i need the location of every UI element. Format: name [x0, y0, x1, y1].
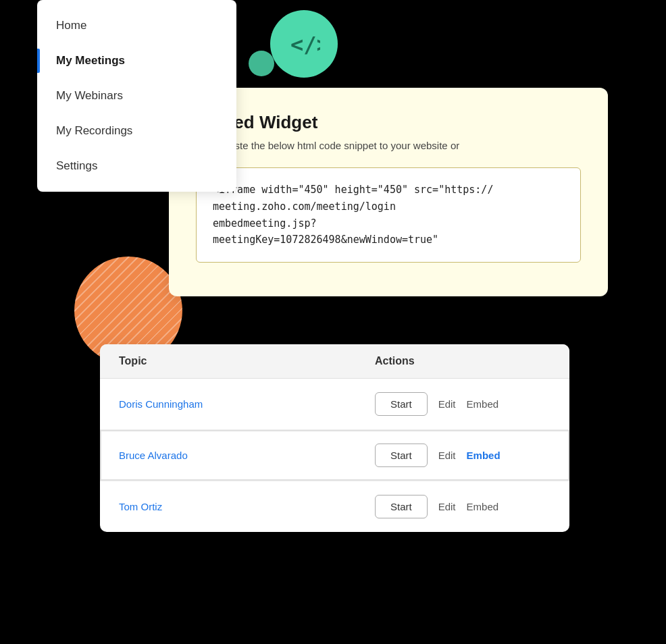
sidebar-item-my-webinars[interactable]: My Webinars: [37, 78, 236, 113]
sidebar-item-label: Home: [56, 19, 86, 32]
sidebar-item-settings[interactable]: Settings: [37, 149, 236, 184]
table-row: Bruce Alvarado Start Edit Embed: [100, 430, 569, 481]
meetings-table: Topic Actions Doris Cunningham Start Edi…: [100, 344, 569, 532]
code-embed-icon-circle: </>: [270, 10, 338, 78]
row-topic-doris[interactable]: Doris Cunningham: [119, 398, 375, 410]
sidebar-item-label: Settings: [56, 159, 97, 172]
table-header-topic: Topic: [119, 355, 375, 367]
row-actions-bruce: Start Edit Embed: [375, 444, 550, 467]
sidebar-item-label: My Recordings: [56, 124, 132, 137]
embed-code-snippet[interactable]: <iframe width="450" height="450" src="ht…: [196, 167, 581, 263]
start-button-tom[interactable]: Start: [375, 495, 428, 518]
row-topic-bruce[interactable]: Bruce Alvarado: [119, 450, 375, 461]
sidebar-item-home[interactable]: Home: [37, 8, 236, 43]
start-button-doris[interactable]: Start: [375, 392, 428, 416]
table-row: Tom Ortiz Start Edit Embed: [100, 481, 569, 532]
embed-button-bruce[interactable]: Embed: [467, 450, 501, 461]
sidebar-item-my-meetings[interactable]: My Meetings: [37, 43, 236, 78]
edit-button-tom[interactable]: Edit: [438, 501, 456, 512]
row-actions-tom: Start Edit Embed: [375, 495, 550, 518]
row-topic-tom[interactable]: Tom Ortiz: [119, 501, 375, 512]
sidebar: Home My Meetings My Webinars My Recordin…: [37, 0, 236, 192]
embed-widget-title: Embed Widget: [196, 112, 581, 133]
decorative-small-circle: [249, 51, 274, 76]
svg-text:</>: </>: [290, 32, 320, 57]
sidebar-item-my-recordings[interactable]: My Recordings: [37, 113, 236, 149]
embed-button-doris[interactable]: Embed: [467, 398, 499, 410]
row-actions-doris: Start Edit Embed: [375, 392, 550, 416]
embed-widget-description: Copy/Paste the below html code snippet t…: [196, 140, 581, 151]
table-row: Doris Cunningham Start Edit Embed: [100, 379, 569, 430]
start-button-bruce[interactable]: Start: [375, 444, 428, 467]
sidebar-item-label: My Webinars: [56, 89, 123, 102]
table-header-actions: Actions: [375, 355, 550, 367]
edit-button-doris[interactable]: Edit: [438, 398, 456, 410]
code-brackets-icon: </>: [288, 28, 320, 60]
table-header: Topic Actions: [100, 344, 569, 379]
edit-button-bruce[interactable]: Edit: [438, 450, 456, 461]
sidebar-item-label: My Meetings: [56, 54, 125, 67]
embed-button-tom[interactable]: Embed: [467, 501, 499, 512]
